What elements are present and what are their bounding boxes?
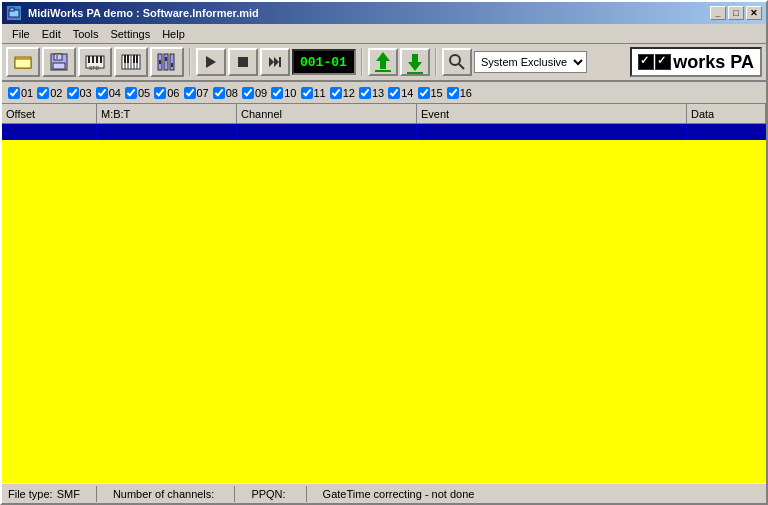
channel-14[interactable]: 14 [388, 87, 413, 99]
svg-rect-21 [124, 55, 126, 63]
selected-cell-channel [237, 124, 417, 140]
svg-rect-8 [56, 55, 58, 59]
play-button[interactable] [196, 48, 226, 76]
status-sep-2 [234, 486, 235, 502]
svg-rect-24 [136, 55, 138, 63]
svg-rect-12 [96, 56, 98, 63]
window-title: MidiWorks PA demo : Software.Informer.mi… [28, 7, 259, 19]
svg-rect-13 [100, 56, 102, 63]
title-buttons: _ □ ✕ [710, 6, 762, 20]
channel-11[interactable]: 11 [301, 87, 326, 99]
ppqn-label: PPQN: [251, 488, 285, 500]
svg-rect-30 [171, 63, 173, 67]
app-icon [6, 5, 22, 21]
channel-12[interactable]: 12 [330, 87, 355, 99]
logo-text: works PA [673, 52, 754, 73]
svg-rect-23 [133, 55, 135, 63]
svg-marker-31 [206, 56, 216, 68]
filetype-value: SMF [57, 488, 80, 500]
filter-dropdown[interactable]: System Exclusive All Events Note On/Off … [474, 51, 587, 73]
channel-04[interactable]: 04 [96, 87, 121, 99]
selected-cell-mbt [97, 124, 237, 140]
search-button[interactable] [442, 48, 472, 76]
col-event: Event [417, 104, 687, 123]
ppqn-status: PPQN: [251, 488, 289, 500]
svg-rect-27 [170, 54, 174, 70]
channels-label: Number of channels: [113, 488, 215, 500]
svg-line-41 [459, 64, 464, 69]
channel-05[interactable]: 05 [125, 87, 150, 99]
fastforward-button[interactable] [260, 48, 290, 76]
toolbar: STD [2, 44, 766, 82]
table-header: Offset M:B:T Channel Event Data [2, 104, 766, 124]
svg-rect-26 [164, 54, 168, 70]
col-channel: Channel [237, 104, 417, 123]
svg-rect-39 [407, 72, 423, 74]
import-button[interactable] [400, 48, 430, 76]
toolbar-sep-2 [361, 48, 363, 76]
selected-cell-event [417, 124, 687, 140]
channel-03[interactable]: 03 [67, 87, 92, 99]
svg-rect-37 [375, 70, 391, 72]
gatetime-label: GateTime correcting - not done [323, 488, 475, 500]
col-mbt: M:B:T [97, 104, 237, 123]
col-data: Data [687, 104, 766, 123]
title-bar: MidiWorks PA demo : Software.Informer.mi… [2, 2, 766, 24]
menu-settings[interactable]: Settings [104, 27, 156, 41]
svg-rect-22 [127, 55, 129, 63]
main-content [2, 140, 766, 483]
status-sep-3 [306, 486, 307, 502]
svg-rect-4 [15, 59, 31, 68]
channel-10[interactable]: 10 [271, 87, 296, 99]
mixer-button[interactable] [150, 47, 184, 77]
status-bar: File type: SMF Number of channels: PPQN:… [2, 483, 766, 503]
status-sep-1 [96, 486, 97, 502]
menu-edit[interactable]: Edit [36, 27, 67, 41]
svg-rect-28 [159, 60, 161, 64]
piano-button[interactable] [114, 47, 148, 77]
stop-button[interactable] [228, 48, 258, 76]
channels-status: Number of channels: [113, 488, 219, 500]
export-button[interactable] [368, 48, 398, 76]
menu-tools[interactable]: Tools [67, 27, 105, 41]
svg-rect-7 [53, 63, 65, 69]
toolbar-sep-1 [189, 48, 191, 76]
svg-rect-32 [238, 57, 248, 67]
menu-file[interactable]: File [6, 27, 36, 41]
toolbar-sep-3 [435, 48, 437, 76]
selected-row[interactable] [2, 124, 766, 140]
svg-marker-33 [269, 57, 274, 67]
channel-06[interactable]: 06 [154, 87, 179, 99]
channel-13[interactable]: 13 [359, 87, 384, 99]
maximize-button[interactable]: □ [728, 6, 744, 20]
svg-point-40 [450, 55, 460, 65]
close-button[interactable]: ✕ [746, 6, 762, 20]
channel-01[interactable]: 01 [8, 87, 33, 99]
svg-rect-29 [165, 57, 167, 61]
channel-07[interactable]: 07 [184, 87, 209, 99]
svg-rect-35 [279, 57, 281, 67]
menu-help[interactable]: Help [156, 27, 191, 41]
col-offset: Offset [2, 104, 97, 123]
position-display: 001-01 [292, 49, 356, 75]
channel-02[interactable]: 02 [37, 87, 62, 99]
channel-15[interactable]: 15 [418, 87, 443, 99]
svg-marker-36 [376, 52, 390, 69]
open-file-button[interactable] [6, 47, 40, 77]
selected-cell-offset [2, 124, 97, 140]
svg-rect-10 [88, 56, 90, 63]
channel-row: 01 02 03 04 05 06 07 08 09 10 11 12 13 1… [2, 82, 766, 104]
svg-rect-11 [92, 56, 94, 63]
svg-marker-34 [274, 57, 279, 67]
svg-text:STD: STD [89, 65, 99, 71]
minimize-button[interactable]: _ [710, 6, 726, 20]
midi-button[interactable]: STD [78, 47, 112, 77]
svg-marker-38 [408, 54, 422, 71]
menu-bar: File Edit Tools Settings Help [2, 24, 766, 44]
main-window: MidiWorks PA demo : Software.Informer.mi… [0, 0, 768, 505]
save-button[interactable] [42, 47, 76, 77]
channel-08[interactable]: 08 [213, 87, 238, 99]
channel-16[interactable]: 16 [447, 87, 472, 99]
channel-09[interactable]: 09 [242, 87, 267, 99]
svg-rect-1 [10, 8, 14, 11]
